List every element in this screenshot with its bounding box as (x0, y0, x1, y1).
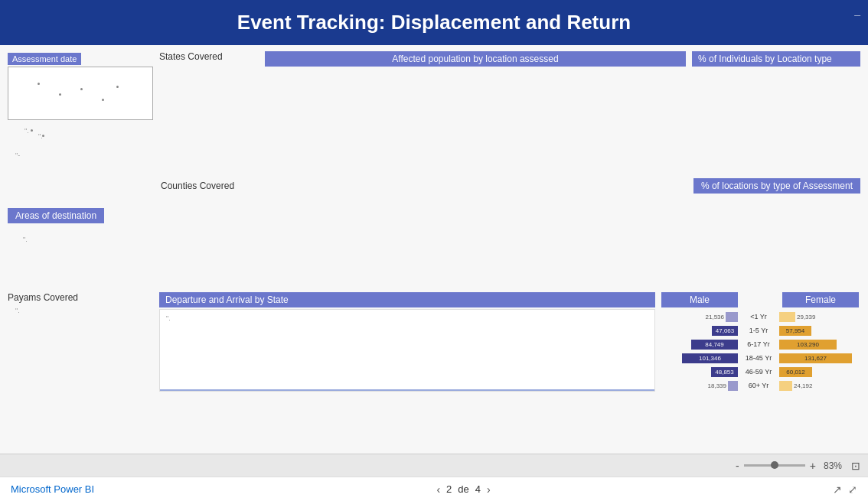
female-bar (779, 312, 795, 322)
female-bar: 131,627 (779, 353, 852, 363)
female-label: Female (782, 292, 859, 307)
scatter-area: ". (0, 228, 868, 289)
top-row: Assessment date ". ". (0, 45, 868, 164)
pct-individuals-label: % of Individuals by Location type (692, 51, 860, 67)
butterfly-header: Male Female (661, 292, 860, 307)
male-value: 21,536 (706, 314, 724, 320)
zoom-plus[interactable]: + (810, 460, 816, 472)
female-value: 24,192 (794, 382, 812, 389)
butterfly-row: 84,749 6-17 Yr 103,290 (661, 338, 860, 350)
footer-icons: ↗ ⤢ (833, 483, 857, 496)
age-label: 18-45 Yr (739, 354, 778, 362)
payams-dot-area: ". (8, 303, 153, 349)
male-bar (726, 312, 738, 322)
page-separator: de (458, 483, 468, 495)
bottom-area: Payams Covered ". Departure and Arrival … (0, 292, 868, 392)
payams-covered-label: Payams Covered (8, 292, 153, 303)
age-label: 60+ Yr (739, 382, 778, 389)
butterfly-row: 48,853 46-59 Yr 60,012 (661, 366, 860, 378)
powerbi-link[interactable]: Microsoft Power BI (11, 483, 94, 495)
age-label: <1 Yr (739, 313, 778, 320)
male-bar-container: 48,853 (661, 367, 738, 377)
male-bar: 101,346 (682, 353, 738, 363)
female-bar-container: 60,012 (779, 367, 856, 377)
assessment-date-box[interactable] (8, 67, 153, 120)
share-icon[interactable]: ↗ (833, 483, 842, 496)
states-covered-label: States Covered (159, 51, 259, 62)
female-bar (779, 381, 792, 391)
pagination: ‹ 2 de 4 › (436, 483, 490, 496)
male-bar: 47,063 (712, 326, 738, 336)
content-area: Assessment date ". ". (0, 45, 868, 454)
female-bar-value: 131,627 (804, 355, 827, 362)
butterfly-row: 18,339 60+ Yr 24,192 (661, 379, 860, 392)
male-bar: 48,853 (711, 367, 738, 377)
butterfly-row: 47,063 1-5 Yr 57,954 (661, 324, 860, 337)
female-bar-container: 131,627 (779, 353, 856, 363)
male-bar-container: 101,346 (661, 353, 738, 363)
male-value: 18,339 (708, 382, 726, 389)
total-pages: 4 (475, 483, 481, 495)
butterfly-row: 21,536 <1 Yr 29,339 (661, 311, 860, 323)
minimize-icon[interactable]: _ (854, 5, 860, 17)
male-bar: 84,749 (691, 340, 738, 350)
areas-of-destination-row: Areas of destination (0, 205, 868, 228)
male-label: Male (661, 292, 738, 307)
assessment-date-panel: Assessment date ". ". (8, 51, 153, 164)
bottom-bar: - + 83% ⊡ (0, 454, 868, 477)
male-bar-value: 101,346 (699, 355, 721, 362)
pct-assessment-label: % of locations by type of Assessment (693, 178, 860, 194)
female-bar: 103,290 (779, 340, 837, 350)
departure-arrival-header: Departure and Arrival by State (159, 292, 655, 307)
prev-page-button[interactable]: ‹ (436, 483, 440, 496)
butterfly-chart: 21,536 <1 Yr 29,339 47,063 1-5 Yr (661, 311, 860, 392)
dashboard-title: Event Tracking: Displacement and Return (237, 11, 631, 34)
male-bar-container: 21,536 (661, 312, 738, 322)
affected-population-panel: Affected population by location assessed (265, 51, 686, 164)
departure-arrival-chart[interactable]: ". (159, 309, 655, 392)
pct-individuals-panel: % of Individuals by Location type (692, 51, 860, 164)
male-bar (728, 381, 738, 391)
female-bar: 57,954 (779, 326, 811, 336)
states-covered-panel: States Covered (159, 51, 259, 164)
zoom-slider[interactable] (744, 464, 805, 467)
age-label: 46-59 Yr (739, 368, 778, 376)
assessment-scatter (8, 67, 152, 119)
areas-of-destination-badge[interactable]: Areas of destination (8, 208, 104, 223)
female-bar-container: 24,192 (779, 381, 856, 391)
male-bar-container: 47,063 (661, 326, 738, 336)
male-bar-value: 47,063 (716, 327, 734, 334)
zoom-pct: 83% (824, 460, 842, 471)
female-bar-value: 103,290 (797, 341, 819, 348)
female-bar-container: 29,339 (779, 312, 856, 322)
assessment-date-label[interactable]: Assessment date (8, 53, 81, 65)
departure-arrival-section: Departure and Arrival by State ". (159, 292, 655, 392)
butterfly-chart-section: Male Female 21,536 <1 Yr 29,339 (661, 292, 860, 392)
female-bar-value: 57,954 (786, 327, 804, 334)
footer: Microsoft Power BI ‹ 2 de 4 › ↗ ⤢ (0, 477, 868, 501)
zoom-control: - + 83% ⊡ (736, 460, 860, 472)
male-bar-value: 48,853 (715, 369, 733, 376)
age-spacer (741, 292, 779, 307)
female-bar-container: 103,290 (779, 340, 856, 350)
affected-population-label: Affected population by location assessed (265, 51, 686, 67)
next-page-button[interactable]: › (487, 483, 491, 496)
age-label: 1-5 Yr (739, 327, 778, 334)
butterfly-row: 101,346 18-45 Yr 131,627 (661, 352, 860, 364)
female-bar-value: 60,012 (786, 369, 804, 376)
male-bar-container: 18,339 (661, 381, 738, 391)
female-bar-container: 57,954 (779, 326, 856, 336)
fullscreen-icon[interactable]: ⤢ (848, 483, 857, 496)
dashboard-header: Event Tracking: Displacement and Return … (0, 0, 868, 45)
zoom-minus[interactable]: - (736, 460, 739, 472)
fit-screen-icon[interactable]: ⊡ (851, 460, 860, 472)
payams-covered-section: Payams Covered ". (8, 292, 153, 392)
current-page: 2 (446, 483, 452, 495)
female-bar: 60,012 (779, 367, 812, 377)
male-bar-value: 84,749 (705, 341, 723, 348)
main-container: Event Tracking: Displacement and Return … (0, 0, 868, 501)
zoom-thumb[interactable] (771, 461, 778, 469)
male-bar-container: 84,749 (661, 340, 738, 350)
female-value: 29,339 (797, 314, 815, 320)
middle-area: Counties Covered % of locations by type … (0, 167, 868, 205)
